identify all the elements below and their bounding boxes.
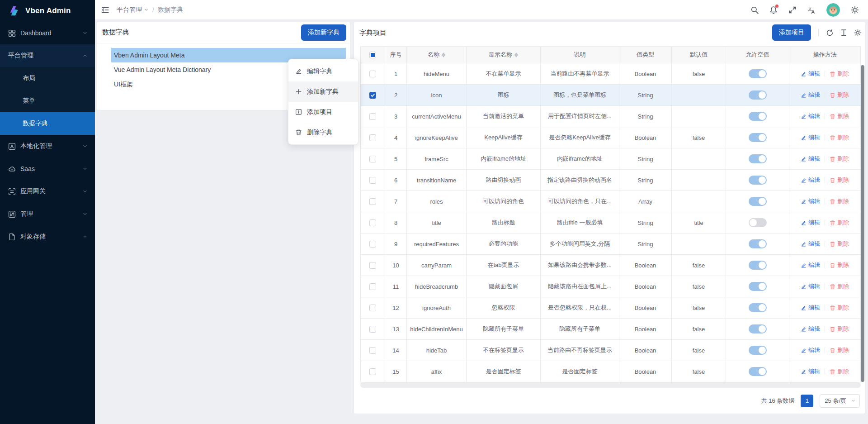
delete-button[interactable]: 删除 xyxy=(830,325,849,333)
delete-button[interactable]: 删除 xyxy=(830,91,849,99)
edit-button[interactable]: 编辑 xyxy=(801,197,820,205)
row-checkbox[interactable] xyxy=(369,156,376,162)
row-height-icon[interactable] xyxy=(840,29,848,37)
add-dictionary-button[interactable]: 添加新字典 xyxy=(301,24,346,41)
allow-null-toggle[interactable] xyxy=(749,154,767,163)
delete-button[interactable]: 删除 xyxy=(830,304,849,312)
delete-button[interactable]: 删除 xyxy=(830,155,849,163)
sidebar-item-app-gateway[interactable]: 应用网关 xyxy=(0,180,95,203)
vertical-scrollbar[interactable] xyxy=(861,65,864,382)
edit-button[interactable]: 编辑 xyxy=(801,261,820,269)
edit-button[interactable]: 编辑 xyxy=(801,282,820,291)
sidebar-collapse-icon[interactable] xyxy=(101,6,109,14)
row-checkbox[interactable] xyxy=(369,326,376,333)
content-area: 数据字典 添加新字典 Vben Admin Layout MetaVue Adm… xyxy=(95,20,868,424)
allow-null-toggle[interactable] xyxy=(749,239,767,248)
sort-carets[interactable] xyxy=(442,52,445,57)
edit-button[interactable]: 编辑 xyxy=(801,325,820,333)
settings-gear-icon[interactable] xyxy=(851,6,859,14)
allow-null-toggle[interactable] xyxy=(749,133,767,142)
sidebar-item-object-storage[interactable]: 对象存储 xyxy=(0,225,95,248)
notifications-bell-icon[interactable] xyxy=(769,6,778,14)
row-checkbox[interactable] xyxy=(369,92,376,99)
allow-null-toggle[interactable] xyxy=(749,303,767,312)
context-menu-item-delete-dictionary[interactable]: 删除字典 xyxy=(288,122,358,143)
page-size-select[interactable]: 25 条/页 xyxy=(820,394,860,408)
edit-button[interactable]: 编辑 xyxy=(801,219,820,227)
delete-button[interactable]: 删除 xyxy=(830,219,849,227)
refresh-icon[interactable] xyxy=(826,29,834,37)
row-checkbox[interactable] xyxy=(369,347,376,354)
delete-button[interactable]: 删除 xyxy=(830,367,849,376)
row-checkbox[interactable] xyxy=(369,219,376,226)
edit-button[interactable]: 编辑 xyxy=(801,70,820,78)
edit-button[interactable]: 编辑 xyxy=(801,112,820,120)
allow-null-toggle[interactable] xyxy=(749,197,767,206)
allow-null-toggle[interactable] xyxy=(749,112,767,121)
sidebar-subitem-layout[interactable]: 布局 xyxy=(0,67,95,90)
edit-button[interactable]: 编辑 xyxy=(801,304,820,312)
sidebar-item-localization[interactable]: 本地化管理 xyxy=(0,135,95,157)
allow-null-toggle[interactable] xyxy=(749,261,767,270)
edit-button[interactable]: 编辑 xyxy=(801,240,820,248)
row-checkbox[interactable] xyxy=(369,262,376,269)
context-menu-item-add-dictionary[interactable]: 添加新字典 xyxy=(288,81,358,102)
allow-null-toggle[interactable] xyxy=(749,218,767,227)
user-avatar[interactable] xyxy=(826,3,840,17)
context-menu-item-add-item[interactable]: 添加项目 xyxy=(288,102,358,122)
column-settings-gear-icon[interactable] xyxy=(854,29,862,37)
row-checkbox[interactable] xyxy=(369,283,376,290)
fullscreen-icon[interactable] xyxy=(788,6,797,14)
edit-button[interactable]: 编辑 xyxy=(801,91,820,99)
allow-null-toggle[interactable] xyxy=(749,176,767,185)
delete-button[interactable]: 删除 xyxy=(830,240,849,248)
edit-button[interactable]: 编辑 xyxy=(801,133,820,142)
edit-button[interactable]: 编辑 xyxy=(801,346,820,354)
sort-carets[interactable] xyxy=(514,52,518,57)
row-checkbox[interactable] xyxy=(369,368,376,375)
sidebar-subitem-data-dictionary[interactable]: 数据字典 xyxy=(0,112,95,135)
edit-button[interactable]: 编辑 xyxy=(801,367,820,376)
row-checkbox[interactable] xyxy=(369,134,376,141)
pagination-page-1[interactable]: 1 xyxy=(801,395,813,407)
edit-button[interactable]: 编辑 xyxy=(801,176,820,184)
horizontal-scrollbar[interactable] xyxy=(360,382,861,388)
breadcrumb-item-platform[interactable]: 平台管理 xyxy=(117,6,149,14)
row-checkbox-cell xyxy=(361,212,385,233)
search-icon[interactable] xyxy=(750,6,759,14)
table-row: 9requiredFeatures必要的功能多个功能间用英文,分隔String编… xyxy=(361,233,860,255)
sidebar-subitem-menu[interactable]: 菜单 xyxy=(0,90,95,112)
row-checkbox[interactable] xyxy=(369,177,376,184)
sidebar-item-platform-management[interactable]: 平台管理 xyxy=(0,44,95,67)
cell-actions: 编辑删除 xyxy=(789,170,860,191)
row-checkbox[interactable] xyxy=(369,198,376,205)
allow-null-toggle[interactable] xyxy=(749,346,767,355)
delete-button[interactable]: 删除 xyxy=(830,112,849,120)
delete-button[interactable]: 删除 xyxy=(830,197,849,205)
allow-null-toggle[interactable] xyxy=(749,69,767,78)
brand[interactable]: Vben Admin xyxy=(0,0,95,22)
allow-null-toggle[interactable] xyxy=(749,282,767,291)
add-item-button[interactable]: 添加项目 xyxy=(772,24,811,41)
delete-button[interactable]: 删除 xyxy=(830,346,849,354)
allow-null-toggle[interactable] xyxy=(749,324,767,333)
sidebar-item-management[interactable]: 管理 xyxy=(0,203,95,225)
select-all-checkbox[interactable] xyxy=(369,52,376,58)
delete-button[interactable]: 删除 xyxy=(830,176,849,184)
delete-button[interactable]: 删除 xyxy=(830,261,849,269)
row-checkbox[interactable] xyxy=(369,71,376,77)
context-menu-item-edit-dictionary[interactable]: 编辑字典 xyxy=(288,61,358,81)
row-checkbox[interactable] xyxy=(369,305,376,311)
sidebar-item-dashboard[interactable]: Dashboard xyxy=(0,22,95,44)
allow-null-toggle[interactable] xyxy=(749,367,767,376)
sidebar-item-saas[interactable]: Saas xyxy=(0,157,95,180)
row-checkbox[interactable] xyxy=(369,241,376,248)
delete-button[interactable]: 删除 xyxy=(830,133,849,142)
file-icon xyxy=(8,233,16,241)
language-translate-icon[interactable]: 文A xyxy=(807,6,816,14)
row-checkbox[interactable] xyxy=(369,113,376,120)
delete-button[interactable]: 删除 xyxy=(830,70,849,78)
edit-button[interactable]: 编辑 xyxy=(801,155,820,163)
delete-button[interactable]: 删除 xyxy=(830,282,849,291)
allow-null-toggle[interactable] xyxy=(749,91,767,100)
